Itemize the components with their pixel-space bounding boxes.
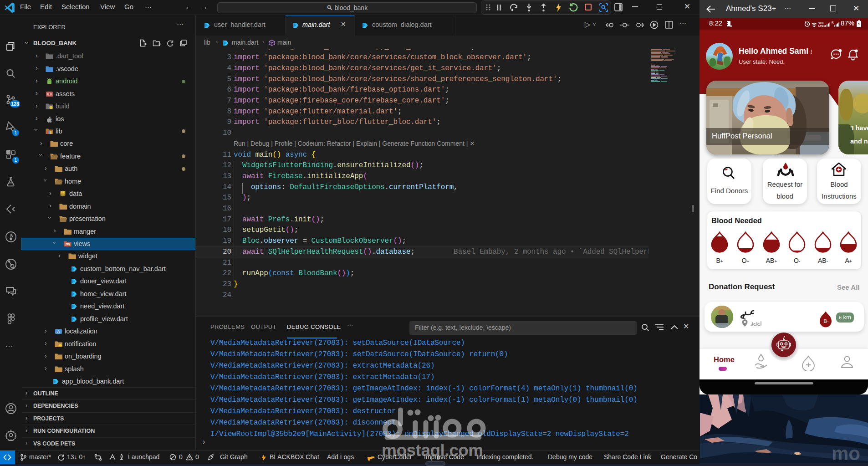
svg-text:LTE1: LTE1 [818, 25, 825, 27]
svg-text:A: A [57, 329, 60, 334]
svg-text:Vo)): Vo)) [818, 21, 823, 24]
svg-text:B-: B- [824, 318, 829, 324]
svg-text:R: R [832, 21, 834, 24]
svg-text:mostaql.com: mostaql.com [382, 441, 483, 460]
